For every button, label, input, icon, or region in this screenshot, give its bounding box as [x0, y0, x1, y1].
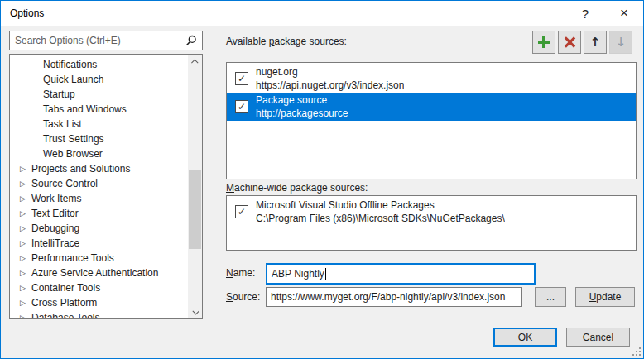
- search-icon: [185, 35, 197, 46]
- chevron-right-icon[interactable]: ▷: [20, 180, 31, 188]
- move-down-button[interactable]: ↓: [609, 31, 632, 54]
- tree-item-label: Tabs and Windows: [43, 103, 127, 115]
- scrollbar-thumb[interactable]: [189, 170, 201, 249]
- cancel-button[interactable]: Cancel: [566, 328, 630, 347]
- package-name: Microsoft Visual Studio Offline Packages: [256, 199, 505, 212]
- tree-item-label: Azure Service Authentication: [31, 267, 158, 279]
- chevron-right-icon[interactable]: ▷: [20, 165, 31, 173]
- text-caret: [325, 268, 326, 280]
- package-name: nuget.org: [256, 65, 404, 79]
- package-text: nuget.org https://api.nuget.org/v3/index…: [256, 65, 404, 92]
- tree-item[interactable]: ▷ Notifications: [10, 57, 188, 72]
- package-source-row[interactable]: ✓ nuget.org https://api.nuget.org/v3/ind…: [227, 65, 636, 93]
- name-input[interactable]: ABP Nightly: [266, 263, 536, 285]
- tree-item-label: Cross Platform: [31, 297, 97, 309]
- tree-item[interactable]: ▷ Debugging: [10, 221, 188, 236]
- close-icon: ×: [620, 5, 628, 22]
- plus-icon: [538, 36, 550, 48]
- window-title: Options: [10, 7, 44, 19]
- name-label: Name:: [226, 267, 255, 279]
- options-tree: ▷ Notifications ▷ Quick Launch ▷ Startup…: [9, 54, 203, 319]
- chevron-right-icon[interactable]: ▷: [20, 254, 31, 262]
- browse-button[interactable]: ...: [535, 287, 566, 307]
- package-text: Microsoft Visual Studio Offline Packages…: [256, 199, 505, 225]
- chevron-right-icon[interactable]: ▷: [20, 314, 31, 319]
- available-sources-list[interactable]: ✓ nuget.org https://api.nuget.org/v3/ind…: [226, 62, 637, 180]
- update-button[interactable]: Update: [575, 287, 635, 307]
- package-url: https://api.nuget.org/v3/index.json: [256, 79, 404, 92]
- package-name: Package source: [256, 93, 348, 107]
- source-input[interactable]: https://www.myget.org/F/abp-nightly/api/…: [266, 287, 522, 307]
- tree-item[interactable]: ▷ Trust Settings: [10, 132, 188, 146]
- tree-item[interactable]: ▷ Task List: [10, 117, 188, 132]
- tree-item-label: Projects and Solutions: [31, 163, 130, 175]
- check-icon: ✓: [238, 102, 246, 112]
- chevron-right-icon[interactable]: ▷: [20, 284, 31, 292]
- arrow-down-icon: ↓: [616, 35, 627, 50]
- x-icon: [564, 36, 575, 48]
- tree-item[interactable]: ▷ Cross Platform: [10, 295, 188, 310]
- tree-item[interactable]: ▷ Web Browser: [10, 146, 188, 161]
- close-button[interactable]: ×: [610, 1, 638, 26]
- tree-item[interactable]: ▷ Startup: [10, 87, 188, 102]
- source-label: Source:: [226, 291, 260, 303]
- tree-item-label: Database Tools: [31, 312, 100, 319]
- tree-item[interactable]: ▷ Quick Launch: [10, 72, 188, 87]
- tree-item-label: Performance Tools: [31, 252, 114, 264]
- tree-item[interactable]: ▷ Azure Service Authentication: [10, 266, 188, 280]
- tree-item[interactable]: ▷ Performance Tools: [10, 251, 188, 266]
- package-source-row[interactable]: ✓ Package source http://packagesource: [227, 93, 636, 121]
- tree-item-label: Source Control: [31, 178, 98, 189]
- package-checkbox[interactable]: ✓: [235, 205, 248, 218]
- tree-item-label: Work Items: [31, 193, 81, 204]
- check-icon: ✓: [238, 74, 246, 84]
- package-source-row[interactable]: ✓ Microsoft Visual Studio Offline Packag…: [227, 198, 636, 226]
- chevron-right-icon[interactable]: ▷: [20, 194, 31, 203]
- tree-scrollbar[interactable]: [188, 55, 202, 318]
- tree-item-label: Startup: [43, 89, 75, 100]
- resize-grip[interactable]: [632, 347, 641, 356]
- chevron-right-icon[interactable]: ▷: [20, 299, 31, 307]
- tree-item[interactable]: ▷ IntelliTrace: [10, 236, 188, 251]
- tree-item[interactable]: ▷ Database Tools: [10, 310, 188, 319]
- name-value: ABP Nightly: [272, 268, 324, 280]
- remove-source-button[interactable]: [558, 31, 581, 54]
- scroll-down-button[interactable]: [188, 304, 202, 318]
- search-options-input[interactable]: Search Options (Ctrl+E): [9, 31, 203, 50]
- options-dialog: Options ? × Search Options (Ctrl+E) ▷ No…: [0, 0, 644, 359]
- chevron-right-icon[interactable]: ▷: [20, 209, 31, 218]
- help-button[interactable]: ?: [571, 1, 599, 26]
- chevron-right-icon[interactable]: ▷: [20, 224, 31, 232]
- machine-sources-list[interactable]: ✓ Microsoft Visual Studio Offline Packag…: [226, 195, 637, 251]
- package-url: C:\Program Files (x86)\Microsoft SDKs\Nu…: [256, 212, 505, 225]
- tree-item-label: Notifications: [43, 59, 97, 70]
- tree-item-label: Quick Launch: [43, 74, 103, 85]
- package-checkbox[interactable]: ✓: [235, 72, 248, 85]
- chevron-right-icon[interactable]: ▷: [20, 269, 31, 277]
- move-up-button[interactable]: ↑: [584, 31, 607, 54]
- source-value: https://www.myget.org/F/abp-nightly/api/…: [271, 291, 505, 303]
- tree-item[interactable]: ▷ Tabs and Windows: [10, 102, 188, 117]
- search-placeholder: Search Options (Ctrl+E): [15, 35, 185, 46]
- tree-item[interactable]: ▷ Source Control: [10, 176, 188, 191]
- tree-item[interactable]: ▷ Work Items: [10, 191, 188, 206]
- tree-item-label: Web Browser: [43, 148, 103, 160]
- tree-item[interactable]: ▷ Container Tools: [10, 280, 188, 295]
- chevron-right-icon[interactable]: ▷: [20, 239, 31, 247]
- tree-item[interactable]: ▷ Projects and Solutions: [10, 161, 188, 176]
- scroll-up-button[interactable]: [188, 55, 202, 69]
- tree-item[interactable]: ▷ Text Editor: [10, 206, 188, 221]
- add-source-button[interactable]: [532, 31, 555, 54]
- ok-button[interactable]: OK: [493, 328, 557, 347]
- tree-item-label: Text Editor: [31, 208, 79, 219]
- titlebar[interactable]: Options ? ×: [1, 1, 643, 26]
- package-text: Package source http://packagesource: [256, 93, 348, 120]
- tree-item-label: Debugging: [31, 223, 79, 234]
- chevron-up-icon: [191, 59, 198, 65]
- package-url: http://packagesource: [256, 107, 348, 120]
- tree-item-label: Task List: [43, 118, 82, 130]
- arrow-up-icon: ↑: [590, 35, 601, 50]
- available-sources-label: Available package sources:: [226, 36, 347, 47]
- package-checkbox[interactable]: ✓: [235, 100, 248, 113]
- help-icon: ?: [582, 7, 589, 21]
